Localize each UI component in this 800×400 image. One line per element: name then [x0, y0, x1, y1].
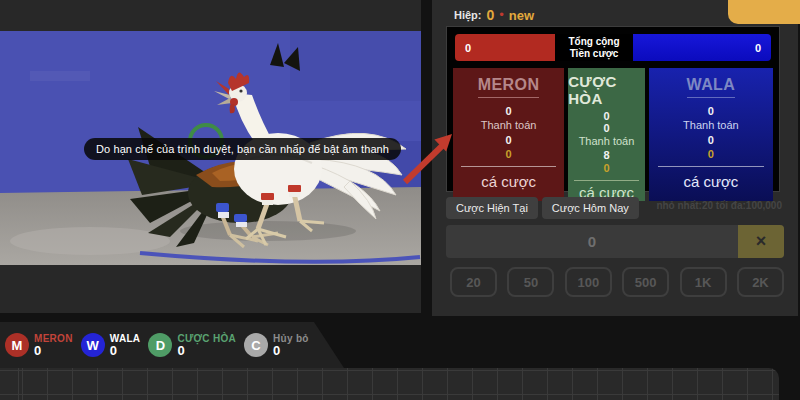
meron-payout-label: Thanh toán [481, 118, 537, 133]
betting-panel: Hiệp: 0 • new 0 Tổng cộng Tiền cược 0 ME… [432, 0, 798, 316]
wala-payout-label: Thanh toán [683, 118, 739, 133]
divider [461, 166, 557, 167]
totals-label-line1: Tổng cộng [568, 36, 619, 48]
status-dot-icon: • [499, 10, 504, 20]
wala-badge: W [81, 333, 105, 357]
chip-500[interactable]: 500 [622, 267, 669, 297]
summary-wala-value: 0 [110, 345, 141, 357]
summary-meron: M MERON 0 [5, 333, 73, 357]
round-status: new [509, 8, 534, 23]
totals-label-line2: Tiền cược [570, 48, 619, 60]
summary-draw-value: 0 [177, 345, 236, 357]
summary-draw: D CƯỢC HÒA 0 [148, 333, 236, 357]
bet-amount-input[interactable]: 0 × [446, 225, 784, 258]
meron-payout: 0 [506, 133, 512, 147]
bet-amount-value[interactable]: 0 [446, 225, 738, 258]
summary-cancel: C Hủy bỏ 0 [244, 333, 309, 357]
meron-title: MERON [478, 76, 540, 98]
wala-bet-label: cá cược [683, 173, 738, 190]
draw-payout-label: Thanh toán [579, 134, 635, 149]
meron-odds: 0 [506, 104, 512, 118]
summary-cancel-value: 0 [273, 345, 309, 357]
round-info: Hiệp: 0 • new [454, 7, 534, 23]
wala-stake: 0 [708, 147, 714, 161]
annotation-arrow-icon [398, 126, 460, 190]
divider [574, 180, 640, 181]
draw-title: CƯỢC HÒA [568, 73, 645, 107]
meron-bet-label: cá cược [481, 173, 536, 190]
draw-badge: D [148, 333, 172, 357]
clear-amount-button[interactable]: × [738, 225, 784, 258]
chip-50[interactable]: 50 [507, 267, 554, 297]
bet-limits: nhỏ nhất:20 tối đa:100,000 [656, 200, 782, 211]
draw-odds-1: 0 [603, 110, 609, 122]
wala-total: 0 [633, 34, 771, 61]
bet-board: 0 Tổng cộng Tiền cược 0 MERON 0 Thanh to… [446, 26, 780, 192]
draw-payout: 8 [603, 149, 609, 161]
bet-column-draw[interactable]: CƯỢC HÒA 0 0 Thanh toán 8 0 cá cược [568, 68, 645, 201]
meron-badge: M [5, 333, 29, 357]
unmute-tooltip[interactable]: Do hạn chế của trình duyệt, bạn cần nhấp… [84, 138, 401, 160]
round-number: 0 [487, 7, 495, 23]
top-right-yellow-button[interactable] [728, 0, 800, 24]
live-video[interactable]: Do hạn chế của trình duyệt, bạn cần nhấp… [0, 31, 421, 265]
chip-buttons: 20 50 100 500 1K 2K [450, 267, 784, 297]
chip-1k[interactable]: 1K [680, 267, 727, 297]
tab-current-bets[interactable]: Cược Hiện Tại [446, 197, 538, 219]
bet-tabs: Cược Hiện Tại Cược Hôm Nay [446, 197, 639, 219]
round-label: Hiệp: [454, 9, 482, 21]
totals-bar: 0 Tổng cộng Tiền cược 0 [455, 34, 771, 61]
divider [658, 166, 765, 167]
results-history-grid[interactable] [0, 368, 779, 400]
wala-odds: 0 [708, 104, 714, 118]
app-root: Do hạn chế của trình duyệt, bạn cần nhấp… [0, 0, 800, 400]
wala-title: WALA [687, 76, 736, 98]
meron-total: 0 [455, 34, 555, 61]
draw-odds-2: 0 [603, 122, 609, 134]
bet-summary-bar: M MERON 0 W WALA 0 D CƯỢC HÒA 0 C Hủy bỏ [0, 322, 344, 368]
summary-meron-value: 0 [34, 345, 73, 357]
close-icon: × [756, 231, 767, 251]
totals-label: Tổng cộng Tiền cược [555, 34, 633, 61]
chip-100[interactable]: 100 [565, 267, 612, 297]
video-player-panel: Do hạn chế của trình duyệt, bạn cần nhấp… [0, 0, 421, 313]
summary-draw-label: CƯỢC HÒA [177, 333, 236, 345]
tab-today-bets[interactable]: Cược Hôm Nay [542, 197, 639, 219]
wala-payout: 0 [708, 133, 714, 147]
bet-column-wala[interactable]: WALA 0 Thanh toán 0 0 cá cược [649, 68, 773, 201]
chip-20[interactable]: 20 [450, 267, 497, 297]
bet-column-meron[interactable]: MERON 0 Thanh toán 0 0 cá cược [453, 68, 564, 201]
draw-stake: 0 [603, 161, 609, 175]
chip-2k[interactable]: 2K [737, 267, 784, 297]
meron-stake: 0 [506, 147, 512, 161]
cancel-badge: C [244, 333, 268, 357]
summary-wala: W WALA 0 [81, 333, 141, 357]
